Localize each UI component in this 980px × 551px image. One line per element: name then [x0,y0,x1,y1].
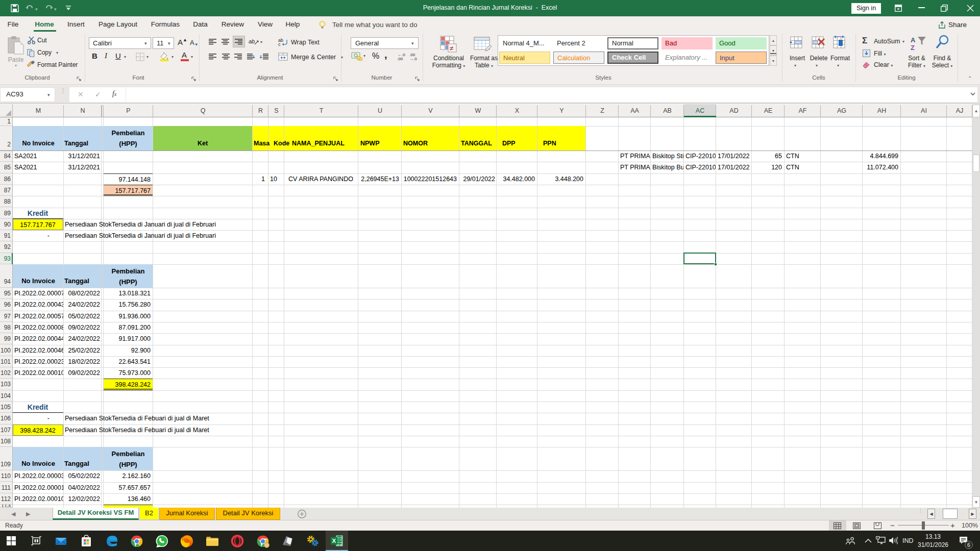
svg-text:≠: ≠ [450,44,453,52]
svg-text:→.0: →.0 [409,57,417,61]
svg-text:c: c [278,42,281,46]
svg-text:Z: Z [911,44,915,51]
svg-text:X: X [332,538,336,544]
svg-text:A: A [911,36,916,44]
svg-text:ab: ab [249,38,255,44]
svg-text:.00: .00 [397,57,403,61]
